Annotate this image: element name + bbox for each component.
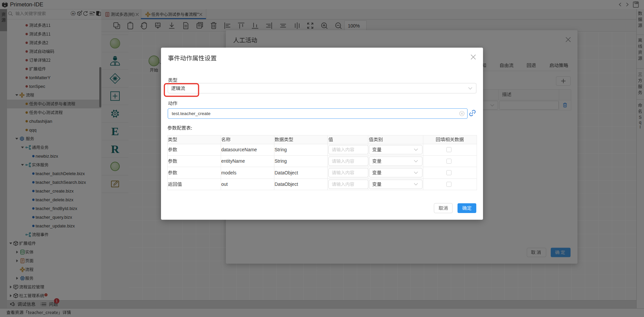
svg-text:entityName: entityName	[221, 158, 245, 164]
svg-text:String: String	[275, 147, 287, 152]
svg-text:datasourceName: datasourceName	[221, 147, 257, 152]
svg-text:test.teacher_create: test.teacher_create	[172, 111, 211, 116]
svg-text:String: String	[275, 158, 287, 164]
svg-text:out: out	[221, 181, 228, 187]
svg-text:models: models	[221, 170, 236, 175]
svg-text:DataObject: DataObject	[275, 170, 298, 175]
svg-text:DataObject: DataObject	[275, 181, 298, 187]
